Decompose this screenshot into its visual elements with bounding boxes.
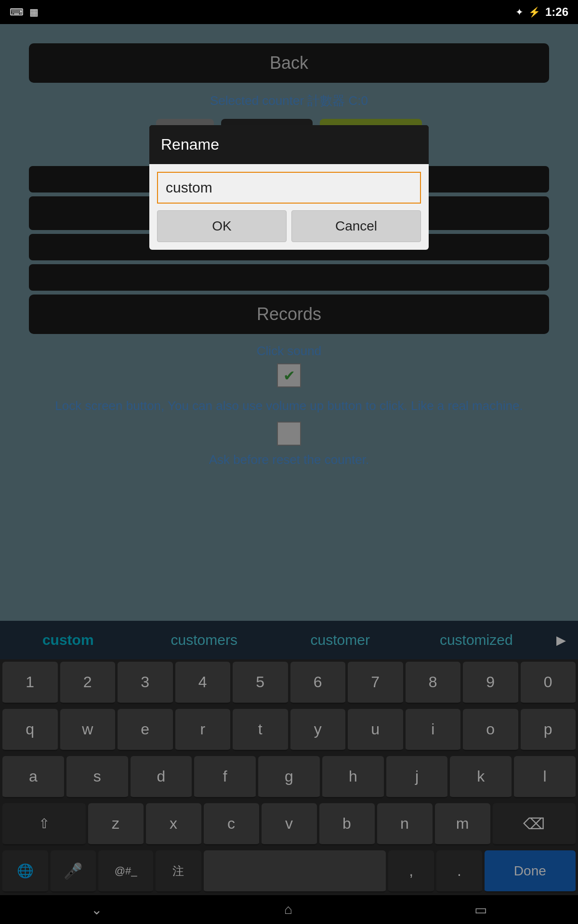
grid-icon: ▦ (29, 6, 39, 18)
status-bar: ⌨ ▦ ✦ ⚡ 1:26 (0, 0, 578, 24)
cancel-button[interactable]: Cancel (291, 210, 421, 242)
ok-button[interactable]: OK (157, 210, 287, 242)
rename-dialog: Rename OK Cancel (149, 125, 429, 250)
status-bar-right: ✦ ⚡ 1:26 (515, 5, 568, 19)
keyboard-icon: ⌨ (10, 6, 24, 18)
dialog-buttons: OK Cancel (149, 204, 429, 250)
bluetooth-icon: ✦ (515, 6, 524, 18)
dialog-title: Rename (149, 125, 429, 164)
status-time: 1:26 (545, 5, 568, 19)
rename-input[interactable] (157, 172, 421, 204)
dialog-input-area (149, 164, 429, 204)
status-bar-left: ⌨ ▦ (10, 6, 39, 18)
battery-icon: ⚡ (528, 6, 540, 18)
